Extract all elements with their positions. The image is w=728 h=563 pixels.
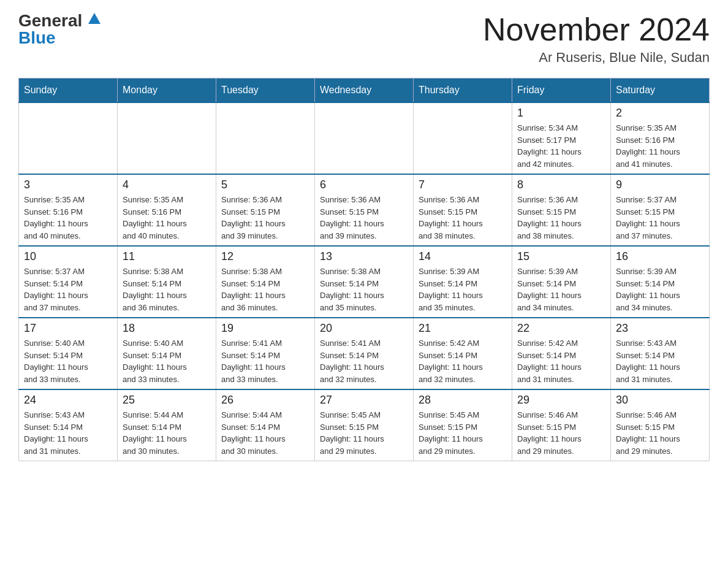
day-info: Sunrise: 5:42 AM Sunset: 5:14 PM Dayligh…	[419, 337, 507, 385]
header-sunday: Sunday	[19, 79, 118, 103]
day-number: 28	[419, 394, 507, 407]
day-number: 27	[320, 394, 408, 407]
day-info: Sunrise: 5:38 AM Sunset: 5:14 PM Dayligh…	[320, 266, 408, 313]
day-number: 30	[616, 394, 704, 407]
day-info: Sunrise: 5:38 AM Sunset: 5:14 PM Dayligh…	[123, 266, 211, 313]
day-cell: 27Sunrise: 5:45 AM Sunset: 5:15 PM Dayli…	[315, 389, 414, 461]
day-number: 12	[221, 250, 309, 263]
logo-general-text: General	[18, 12, 100, 29]
day-info: Sunrise: 5:42 AM Sunset: 5:14 PM Dayligh…	[517, 337, 605, 385]
day-info: Sunrise: 5:36 AM Sunset: 5:15 PM Dayligh…	[320, 194, 408, 242]
day-cell	[216, 102, 315, 174]
logo-blue-text: Blue	[18, 29, 56, 47]
day-cell: 12Sunrise: 5:38 AM Sunset: 5:14 PM Dayli…	[216, 246, 315, 318]
day-cell	[315, 102, 414, 174]
day-info: Sunrise: 5:36 AM Sunset: 5:15 PM Dayligh…	[419, 194, 507, 242]
week-row-2: 3Sunrise: 5:35 AM Sunset: 5:16 PM Daylig…	[19, 174, 710, 246]
day-cell: 23Sunrise: 5:43 AM Sunset: 5:14 PM Dayli…	[611, 318, 710, 389]
day-info: Sunrise: 5:43 AM Sunset: 5:14 PM Dayligh…	[616, 337, 704, 385]
day-number: 24	[24, 394, 112, 407]
calendar-header-row: SundayMondayTuesdayWednesdayThursdayFrid…	[19, 79, 710, 103]
day-cell: 19Sunrise: 5:41 AM Sunset: 5:14 PM Dayli…	[216, 318, 315, 389]
day-info: Sunrise: 5:44 AM Sunset: 5:14 PM Dayligh…	[221, 409, 309, 457]
header-wednesday: Wednesday	[315, 79, 414, 103]
day-info: Sunrise: 5:46 AM Sunset: 5:15 PM Dayligh…	[616, 409, 704, 457]
day-info: Sunrise: 5:45 AM Sunset: 5:15 PM Dayligh…	[320, 409, 408, 457]
header-tuesday: Tuesday	[216, 79, 315, 103]
day-cell: 14Sunrise: 5:39 AM Sunset: 5:14 PM Dayli…	[414, 246, 512, 318]
day-number: 11	[123, 250, 211, 263]
day-number: 19	[221, 322, 309, 335]
day-number: 22	[517, 322, 605, 335]
day-number: 9	[616, 178, 704, 191]
day-cell: 20Sunrise: 5:41 AM Sunset: 5:14 PM Dayli…	[315, 318, 414, 389]
day-info: Sunrise: 5:35 AM Sunset: 5:16 PM Dayligh…	[123, 194, 211, 242]
day-info: Sunrise: 5:44 AM Sunset: 5:14 PM Dayligh…	[123, 409, 211, 457]
logo-triangle-icon	[88, 13, 100, 24]
day-number: 26	[221, 394, 309, 407]
day-number: 10	[24, 250, 112, 263]
day-cell: 16Sunrise: 5:39 AM Sunset: 5:14 PM Dayli…	[611, 246, 710, 318]
day-info: Sunrise: 5:35 AM Sunset: 5:16 PM Dayligh…	[24, 194, 112, 242]
day-cell	[19, 102, 118, 174]
day-info: Sunrise: 5:43 AM Sunset: 5:14 PM Dayligh…	[24, 409, 112, 457]
day-info: Sunrise: 5:40 AM Sunset: 5:14 PM Dayligh…	[24, 337, 112, 385]
day-number: 1	[517, 107, 605, 120]
day-number: 14	[419, 250, 507, 263]
day-cell: 28Sunrise: 5:45 AM Sunset: 5:15 PM Dayli…	[414, 389, 512, 461]
day-info: Sunrise: 5:39 AM Sunset: 5:14 PM Dayligh…	[517, 266, 605, 313]
day-number: 2	[616, 107, 704, 120]
day-info: Sunrise: 5:35 AM Sunset: 5:16 PM Dayligh…	[616, 122, 704, 170]
location-text: Ar Ruseris, Blue Nile, Sudan	[483, 50, 710, 66]
day-cell: 4Sunrise: 5:35 AM Sunset: 5:16 PM Daylig…	[118, 174, 216, 246]
day-cell: 6Sunrise: 5:36 AM Sunset: 5:15 PM Daylig…	[315, 174, 414, 246]
day-info: Sunrise: 5:37 AM Sunset: 5:14 PM Dayligh…	[24, 266, 112, 313]
day-info: Sunrise: 5:37 AM Sunset: 5:15 PM Dayligh…	[616, 194, 704, 242]
week-row-1: 1Sunrise: 5:34 AM Sunset: 5:17 PM Daylig…	[19, 102, 710, 174]
day-cell: 10Sunrise: 5:37 AM Sunset: 5:14 PM Dayli…	[19, 246, 118, 318]
day-number: 21	[419, 322, 507, 335]
header-monday: Monday	[118, 79, 216, 103]
title-block: November 2024 Ar Ruseris, Blue Nile, Sud…	[483, 12, 710, 66]
logo: General Blue	[18, 12, 100, 47]
day-info: Sunrise: 5:38 AM Sunset: 5:14 PM Dayligh…	[221, 266, 309, 313]
month-title: November 2024	[483, 12, 710, 47]
day-cell: 3Sunrise: 5:35 AM Sunset: 5:16 PM Daylig…	[19, 174, 118, 246]
day-cell: 25Sunrise: 5:44 AM Sunset: 5:14 PM Dayli…	[118, 389, 216, 461]
day-number: 5	[221, 178, 309, 191]
day-info: Sunrise: 5:45 AM Sunset: 5:15 PM Dayligh…	[419, 409, 507, 457]
day-cell: 8Sunrise: 5:36 AM Sunset: 5:15 PM Daylig…	[512, 174, 611, 246]
day-cell: 21Sunrise: 5:42 AM Sunset: 5:14 PM Dayli…	[414, 318, 512, 389]
day-cell	[118, 102, 216, 174]
day-info: Sunrise: 5:39 AM Sunset: 5:14 PM Dayligh…	[419, 266, 507, 313]
day-cell: 24Sunrise: 5:43 AM Sunset: 5:14 PM Dayli…	[19, 389, 118, 461]
day-cell: 29Sunrise: 5:46 AM Sunset: 5:15 PM Dayli…	[512, 389, 611, 461]
day-number: 18	[123, 322, 211, 335]
week-row-3: 10Sunrise: 5:37 AM Sunset: 5:14 PM Dayli…	[19, 246, 710, 318]
week-row-4: 17Sunrise: 5:40 AM Sunset: 5:14 PM Dayli…	[19, 318, 710, 389]
day-cell: 13Sunrise: 5:38 AM Sunset: 5:14 PM Dayli…	[315, 246, 414, 318]
calendar-table: SundayMondayTuesdayWednesdayThursdayFrid…	[18, 78, 710, 461]
day-cell: 2Sunrise: 5:35 AM Sunset: 5:16 PM Daylig…	[611, 102, 710, 174]
day-info: Sunrise: 5:46 AM Sunset: 5:15 PM Dayligh…	[517, 409, 605, 457]
page-header: General Blue November 2024 Ar Ruseris, B…	[18, 12, 710, 66]
day-number: 7	[419, 178, 507, 191]
day-cell: 15Sunrise: 5:39 AM Sunset: 5:14 PM Dayli…	[512, 246, 611, 318]
day-cell: 1Sunrise: 5:34 AM Sunset: 5:17 PM Daylig…	[512, 102, 611, 174]
header-saturday: Saturday	[611, 79, 710, 103]
day-number: 29	[517, 394, 605, 407]
day-info: Sunrise: 5:41 AM Sunset: 5:14 PM Dayligh…	[221, 337, 309, 385]
week-row-5: 24Sunrise: 5:43 AM Sunset: 5:14 PM Dayli…	[19, 389, 710, 461]
day-cell: 17Sunrise: 5:40 AM Sunset: 5:14 PM Dayli…	[19, 318, 118, 389]
day-info: Sunrise: 5:40 AM Sunset: 5:14 PM Dayligh…	[123, 337, 211, 385]
day-number: 13	[320, 250, 408, 263]
day-cell: 26Sunrise: 5:44 AM Sunset: 5:14 PM Dayli…	[216, 389, 315, 461]
day-cell	[414, 102, 512, 174]
day-number: 23	[616, 322, 704, 335]
day-number: 15	[517, 250, 605, 263]
day-number: 25	[123, 394, 211, 407]
day-cell: 22Sunrise: 5:42 AM Sunset: 5:14 PM Dayli…	[512, 318, 611, 389]
header-thursday: Thursday	[414, 79, 512, 103]
day-cell: 9Sunrise: 5:37 AM Sunset: 5:15 PM Daylig…	[611, 174, 710, 246]
day-info: Sunrise: 5:36 AM Sunset: 5:15 PM Dayligh…	[221, 194, 309, 242]
